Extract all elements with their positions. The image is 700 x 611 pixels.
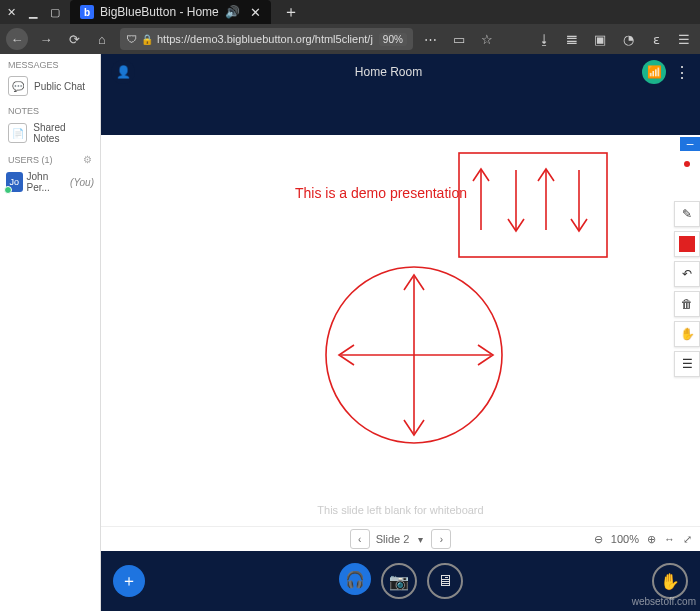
users-heading-label: Users (1) [8, 155, 53, 165]
nav-back-button[interactable]: ← [6, 28, 28, 50]
browser-tab[interactable]: b BigBlueButton - Home 🔊 ✕ [70, 0, 271, 24]
main-area: 👤 Home Room 📶 ⋮ This is a demo presentat… [101, 54, 700, 611]
titlebar: ✕ ▁ ▢ b BigBlueButton - Home 🔊 ✕ ＋ [0, 0, 700, 24]
whiteboard-drawings [101, 135, 687, 475]
avatar-initials: Jo [10, 177, 20, 187]
shield-icon: 🛡 [126, 33, 137, 45]
users-toggle-button[interactable]: 👤 [111, 60, 135, 84]
footer-watermark: websetoff.com [632, 596, 696, 607]
user-row[interactable]: Jo John Per... (You) [0, 167, 100, 197]
collapse-toolbar-button[interactable]: – [680, 137, 700, 151]
zoom-out-button[interactable]: ⊖ [594, 533, 603, 546]
connection-status-icon[interactable]: 📶 [642, 60, 666, 84]
sidebar-item-shared-notes[interactable]: 📄 Shared Notes [0, 118, 100, 148]
raise-hand-button[interactable]: ✋ [652, 563, 688, 599]
color-tool-button[interactable] [674, 231, 700, 257]
tab-close-icon[interactable]: ✕ [250, 5, 261, 20]
slide-dropdown-button[interactable]: ▾ [415, 530, 425, 548]
webcam-button[interactable]: 📷 [381, 563, 417, 599]
room-header: 👤 Home Room 📶 ⋮ [101, 54, 700, 90]
window-minimize-icon[interactable]: ▁ [26, 5, 40, 19]
download-icon[interactable]: ⭳ [534, 29, 554, 49]
slide-label[interactable]: Slide 2 [376, 533, 410, 545]
room-title: Home Room [135, 65, 642, 79]
avatar: Jo [6, 172, 23, 192]
messages-heading: Messages [0, 54, 100, 72]
tab-title: BigBlueButton - Home [100, 5, 219, 19]
spacer [101, 90, 700, 135]
slide-canvas[interactable]: This is a demo presentation [101, 135, 700, 526]
nav-reload-button[interactable]: ⟳ [64, 29, 84, 49]
arrow-up-icon [538, 169, 554, 230]
online-dot-icon [4, 186, 12, 194]
sidebar-icon[interactable]: ▣ [590, 29, 610, 49]
zoom-badge[interactable]: 90% [379, 33, 407, 46]
menu-icon[interactable]: ☰ [674, 29, 694, 49]
lock-icon: 🔒 [141, 34, 153, 45]
undo-button[interactable]: ↶ [674, 261, 700, 287]
ext1-icon[interactable]: ◔ [618, 29, 638, 49]
reader-icon[interactable]: ▭ [449, 29, 469, 49]
nav-home-button[interactable]: ⌂ [92, 29, 112, 49]
prev-slide-button[interactable]: ‹ [350, 529, 370, 549]
arrow-down-icon [508, 170, 524, 231]
sidebar-item-public-chat[interactable]: 💬 Public Chat [0, 72, 100, 100]
user-you: (You) [70, 177, 94, 188]
app-content: Messages 💬 Public Chat Notes 📄 Shared No… [0, 54, 700, 611]
presentation-area: This is a demo presentation [101, 135, 700, 551]
library-icon[interactable]: 𝌆 [562, 29, 582, 49]
multi-user-button[interactable]: ☰ [674, 351, 700, 377]
window-maximize-icon[interactable]: ▢ [48, 5, 62, 19]
arrow-up-icon [473, 169, 489, 230]
public-chat-label: Public Chat [34, 81, 85, 92]
media-controls: 🎧 📷 🖥 [339, 563, 463, 599]
fit-width-button[interactable]: ↔ [664, 533, 675, 545]
url-bar[interactable]: 🛡 🔒 https://demo3.bigbluebutton.org/html… [120, 28, 413, 50]
hand-icon: ✋ [680, 327, 695, 341]
user-name: John Per... [27, 171, 67, 193]
actions-button[interactable]: ＋ [113, 565, 145, 597]
more-icon[interactable]: ⋯ [421, 29, 441, 49]
url-text: https://demo3.bigbluebutton.org/html5cli… [157, 33, 373, 45]
zoom-value: 100% [611, 533, 639, 545]
chat-icon: 💬 [8, 76, 28, 96]
pencil-tool-button[interactable]: ✎ [674, 201, 700, 227]
ext2-icon[interactable]: ɛ [646, 29, 666, 49]
color-swatch-icon [679, 236, 695, 252]
kebab-menu-button[interactable]: ⋮ [674, 63, 690, 82]
gear-icon[interactable]: ⚙ [83, 154, 92, 165]
screen-share-button[interactable]: 🖥 [427, 563, 463, 599]
slide-controls: ‹ Slide 2 ▾ › ⊖ 100% ⊕ ↔ ⤢ [101, 526, 700, 551]
shared-notes-label: Shared Notes [33, 122, 92, 144]
undo-icon: ↶ [682, 267, 692, 281]
slide-zoom-controls: ⊖ 100% ⊕ ↔ ⤢ [594, 533, 692, 546]
annot-icon: ☰ [682, 357, 693, 371]
cursor-dot-icon [684, 161, 690, 167]
fullscreen-button[interactable]: ⤢ [683, 533, 692, 546]
hand-tool-button[interactable]: ✋ [674, 321, 700, 347]
arrow-down-icon [571, 170, 587, 231]
notes-icon: 📄 [8, 123, 27, 143]
trash-icon: 🗑 [681, 297, 693, 311]
whiteboard-toolbar: – ✎ ↶ 🗑 ✋ ☰ [674, 135, 700, 377]
notes-heading: Notes [0, 100, 100, 118]
window-close-icon[interactable]: ✕ [4, 5, 18, 19]
slide-watermark: This slide left blank for whiteboard [101, 504, 700, 516]
next-slide-button[interactable]: › [431, 529, 451, 549]
zoom-in-button[interactable]: ⊕ [647, 533, 656, 546]
audio-button[interactable]: 🎧 [339, 563, 371, 595]
users-heading: Users (1) ⚙ [0, 148, 100, 167]
star-icon[interactable]: ☆ [477, 29, 497, 49]
browser-toolbar: ← → ⟳ ⌂ 🛡 🔒 https://demo3.bigbluebutton.… [0, 24, 700, 54]
tab-speaker-icon[interactable]: 🔊 [225, 5, 240, 19]
nav-forward-button[interactable]: → [36, 29, 56, 49]
bottom-bar: ＋ 🎧 📷 🖥 ✋ [101, 551, 700, 611]
new-tab-button[interactable]: ＋ [283, 2, 299, 23]
pencil-icon: ✎ [682, 207, 692, 221]
sidebar: Messages 💬 Public Chat Notes 📄 Shared No… [0, 54, 101, 611]
favicon-icon: b [80, 5, 94, 19]
delete-button[interactable]: 🗑 [674, 291, 700, 317]
